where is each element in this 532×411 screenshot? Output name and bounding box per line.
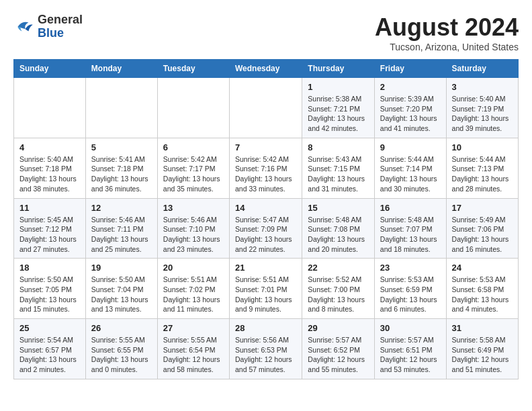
day-info: Sunrise: 5:50 AM Sunset: 7:05 PM Dayligh…	[19, 275, 80, 314]
day-info: Sunrise: 5:46 AM Sunset: 7:11 PM Dayligh…	[91, 215, 152, 255]
calendar-cell: 17Sunrise: 5:49 AM Sunset: 7:06 PM Dayli…	[446, 198, 518, 259]
day-info: Sunrise: 5:54 AM Sunset: 6:57 PM Dayligh…	[19, 335, 80, 375]
calendar-cell: 18Sunrise: 5:50 AM Sunset: 7:05 PM Dayli…	[14, 259, 86, 319]
day-info: Sunrise: 5:42 AM Sunset: 7:17 PM Dayligh…	[163, 154, 224, 194]
day-info: Sunrise: 5:48 AM Sunset: 7:07 PM Dayligh…	[380, 215, 441, 255]
day-number: 8	[308, 142, 369, 152]
calendar-week-2: 4Sunrise: 5:40 AM Sunset: 7:18 PM Daylig…	[14, 138, 519, 198]
weekday-thursday: Thursday	[302, 60, 375, 78]
day-number: 31	[452, 323, 513, 333]
day-info: Sunrise: 5:44 AM Sunset: 7:14 PM Dayligh…	[380, 154, 441, 194]
calendar-cell: 6Sunrise: 5:42 AM Sunset: 7:17 PM Daylig…	[157, 138, 229, 198]
calendar-cell: 1Sunrise: 5:38 AM Sunset: 7:21 PM Daylig…	[302, 78, 375, 138]
calendar-cell: 24Sunrise: 5:53 AM Sunset: 6:58 PM Dayli…	[446, 259, 518, 319]
weekday-monday: Monday	[85, 60, 157, 78]
day-number: 14	[235, 203, 296, 213]
calendar-cell: 10Sunrise: 5:44 AM Sunset: 7:13 PM Dayli…	[446, 138, 518, 198]
day-info: Sunrise: 5:40 AM Sunset: 7:18 PM Dayligh…	[19, 154, 80, 194]
weekday-friday: Friday	[374, 60, 446, 78]
day-info: Sunrise: 5:49 AM Sunset: 7:06 PM Dayligh…	[452, 215, 513, 255]
day-number: 18	[19, 263, 80, 273]
day-info: Sunrise: 5:45 AM Sunset: 7:12 PM Dayligh…	[19, 215, 80, 255]
calendar-cell: 30Sunrise: 5:57 AM Sunset: 6:51 PM Dayli…	[374, 319, 446, 379]
day-number: 26	[91, 323, 152, 333]
calendar-cell: 7Sunrise: 5:42 AM Sunset: 7:16 PM Daylig…	[229, 138, 302, 198]
day-info: Sunrise: 5:50 AM Sunset: 7:04 PM Dayligh…	[91, 275, 152, 314]
day-number: 3	[452, 82, 513, 92]
day-number: 9	[380, 142, 441, 152]
day-info: Sunrise: 5:44 AM Sunset: 7:13 PM Dayligh…	[452, 154, 513, 194]
day-info: Sunrise: 5:53 AM Sunset: 6:58 PM Dayligh…	[452, 275, 513, 314]
day-number: 10	[452, 142, 513, 152]
weekday-saturday: Saturday	[446, 60, 518, 78]
calendar-cell	[85, 78, 157, 138]
day-number: 21	[235, 263, 296, 273]
day-info: Sunrise: 5:57 AM Sunset: 6:52 PM Dayligh…	[308, 335, 369, 375]
day-info: Sunrise: 5:40 AM Sunset: 7:19 PM Dayligh…	[452, 94, 513, 134]
calendar-cell	[14, 78, 86, 138]
calendar-cell: 31Sunrise: 5:58 AM Sunset: 6:49 PM Dayli…	[446, 319, 518, 379]
day-info: Sunrise: 5:39 AM Sunset: 7:20 PM Dayligh…	[380, 94, 441, 134]
weekday-tuesday: Tuesday	[157, 60, 229, 78]
day-info: Sunrise: 5:47 AM Sunset: 7:09 PM Dayligh…	[235, 215, 296, 255]
calendar-cell: 20Sunrise: 5:51 AM Sunset: 7:02 PM Dayli…	[157, 259, 229, 319]
calendar-cell: 5Sunrise: 5:41 AM Sunset: 7:18 PM Daylig…	[85, 138, 157, 198]
calendar-cell: 16Sunrise: 5:48 AM Sunset: 7:07 PM Dayli…	[374, 198, 446, 259]
calendar-cell: 23Sunrise: 5:53 AM Sunset: 6:59 PM Dayli…	[374, 259, 446, 319]
day-number: 15	[308, 203, 369, 213]
day-number: 22	[308, 263, 369, 273]
day-number: 6	[163, 142, 224, 152]
calendar-cell: 28Sunrise: 5:56 AM Sunset: 6:53 PM Dayli…	[229, 319, 302, 379]
calendar-cell: 25Sunrise: 5:54 AM Sunset: 6:57 PM Dayli…	[14, 319, 86, 379]
title-block: August 2024 Tucson, Arizona, United Stat…	[375, 13, 519, 52]
calendar-cell: 2Sunrise: 5:39 AM Sunset: 7:20 PM Daylig…	[374, 78, 446, 138]
calendar-cell: 11Sunrise: 5:45 AM Sunset: 7:12 PM Dayli…	[14, 198, 86, 259]
calendar-cell: 29Sunrise: 5:57 AM Sunset: 6:52 PM Dayli…	[302, 319, 375, 379]
day-number: 30	[380, 323, 441, 333]
calendar-week-4: 18Sunrise: 5:50 AM Sunset: 7:05 PM Dayli…	[14, 259, 519, 319]
day-info: Sunrise: 5:58 AM Sunset: 6:49 PM Dayligh…	[452, 335, 513, 375]
day-info: Sunrise: 5:42 AM Sunset: 7:16 PM Dayligh…	[235, 154, 296, 194]
day-info: Sunrise: 5:38 AM Sunset: 7:21 PM Dayligh…	[308, 94, 369, 134]
calendar-week-1: 1Sunrise: 5:38 AM Sunset: 7:21 PM Daylig…	[14, 78, 519, 138]
logo-icon	[13, 16, 35, 38]
day-number: 2	[380, 82, 441, 92]
page-header: General Blue August 2024 Tucson, Arizona…	[13, 13, 519, 52]
calendar-cell: 12Sunrise: 5:46 AM Sunset: 7:11 PM Dayli…	[85, 198, 157, 259]
day-number: 11	[19, 203, 80, 213]
calendar-cell	[157, 78, 229, 138]
day-number: 5	[91, 142, 152, 152]
logo-blue: Blue	[38, 27, 83, 40]
calendar-cell: 27Sunrise: 5:55 AM Sunset: 6:54 PM Dayli…	[157, 319, 229, 379]
day-number: 28	[235, 323, 296, 333]
calendar-body: 1Sunrise: 5:38 AM Sunset: 7:21 PM Daylig…	[14, 78, 519, 379]
weekday-header-row: SundayMondayTuesdayWednesdayThursdayFrid…	[14, 60, 519, 78]
day-info: Sunrise: 5:41 AM Sunset: 7:18 PM Dayligh…	[91, 154, 152, 194]
day-number: 7	[235, 142, 296, 152]
day-number: 12	[91, 203, 152, 213]
weekday-sunday: Sunday	[14, 60, 86, 78]
day-info: Sunrise: 5:55 AM Sunset: 6:54 PM Dayligh…	[163, 335, 224, 375]
location-label: Tucson, Arizona, United States	[375, 42, 519, 52]
calendar-cell: 22Sunrise: 5:52 AM Sunset: 7:00 PM Dayli…	[302, 259, 375, 319]
day-info: Sunrise: 5:46 AM Sunset: 7:10 PM Dayligh…	[163, 215, 224, 255]
day-info: Sunrise: 5:48 AM Sunset: 7:08 PM Dayligh…	[308, 215, 369, 255]
day-number: 25	[19, 323, 80, 333]
calendar-header: SundayMondayTuesdayWednesdayThursdayFrid…	[14, 60, 519, 78]
calendar-cell: 14Sunrise: 5:47 AM Sunset: 7:09 PM Dayli…	[229, 198, 302, 259]
day-number: 29	[308, 323, 369, 333]
day-info: Sunrise: 5:56 AM Sunset: 6:53 PM Dayligh…	[235, 335, 296, 375]
day-number: 23	[380, 263, 441, 273]
calendar-week-3: 11Sunrise: 5:45 AM Sunset: 7:12 PM Dayli…	[14, 198, 519, 259]
day-info: Sunrise: 5:43 AM Sunset: 7:15 PM Dayligh…	[308, 154, 369, 194]
day-number: 27	[163, 323, 224, 333]
day-number: 4	[19, 142, 80, 152]
calendar-cell: 8Sunrise: 5:43 AM Sunset: 7:15 PM Daylig…	[302, 138, 375, 198]
day-info: Sunrise: 5:55 AM Sunset: 6:55 PM Dayligh…	[91, 335, 152, 375]
calendar-cell: 3Sunrise: 5:40 AM Sunset: 7:19 PM Daylig…	[446, 78, 518, 138]
calendar-table: SundayMondayTuesdayWednesdayThursdayFrid…	[13, 59, 519, 379]
logo: General Blue	[13, 13, 83, 40]
calendar-cell: 9Sunrise: 5:44 AM Sunset: 7:14 PM Daylig…	[374, 138, 446, 198]
day-info: Sunrise: 5:57 AM Sunset: 6:51 PM Dayligh…	[380, 335, 441, 375]
day-number: 16	[380, 203, 441, 213]
